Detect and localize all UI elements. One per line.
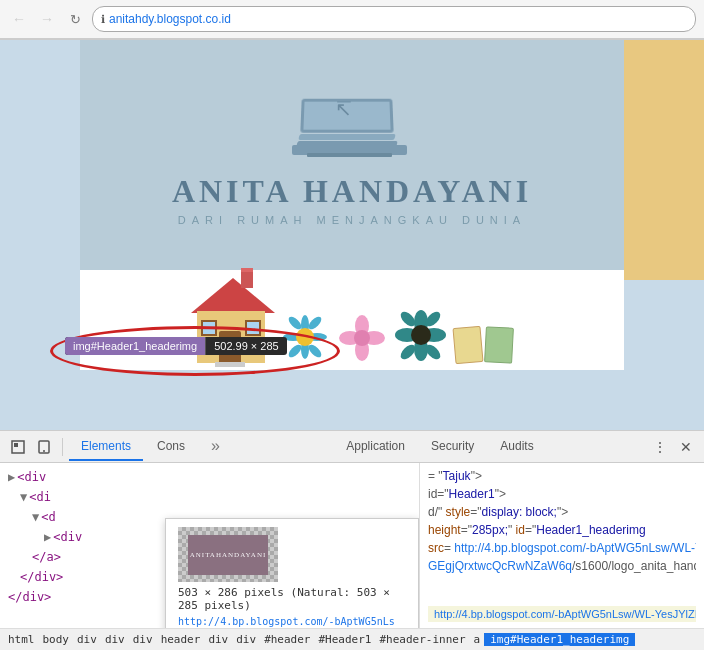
code-line-8: GEgjQrxtwcQcRwNZaW6q/s1600/logo_anita_ha…	[428, 557, 696, 575]
url-text: anitahdy.blogspot.co.id	[109, 12, 231, 26]
img-preview-content: ANITAHANDAYANI	[188, 535, 268, 575]
code-line-4: d/" style="display: block;">	[428, 503, 696, 521]
reload-button[interactable]: ↻	[64, 8, 86, 30]
breadcrumb-body[interactable]: body	[39, 633, 74, 646]
site-title: ANITA HANDAYANI	[172, 173, 532, 210]
breadcrumb-a[interactable]: a	[470, 633, 485, 646]
tooltip-tag: img#Header1_headerimg	[65, 337, 205, 355]
svg-point-3	[43, 450, 45, 452]
breadcrumb-div5[interactable]: div	[232, 633, 260, 646]
status-bar: html body div div div header div div #he…	[0, 628, 704, 650]
breadcrumb-div2[interactable]: div	[101, 633, 129, 646]
back-button[interactable]: ←	[8, 8, 30, 30]
element-tooltip: img#Header1_headerimg 502.99 × 285	[65, 337, 287, 355]
flowers-strip	[80, 270, 624, 370]
website-area: ↸ ANITA HANDAYANI DARI RUMAH MENJANGKAU …	[0, 40, 704, 430]
site-subtitle: DARI RUMAH MENJANGKAU DUNIA	[178, 214, 526, 226]
devtools-tab-elements[interactable]: Elements	[69, 433, 143, 461]
breadcrumb-html[interactable]: html	[4, 633, 39, 646]
devtools-settings-icon[interactable]: ⋮	[648, 435, 672, 459]
address-bar[interactable]: ℹ anitahdy.blogspot.co.id	[92, 6, 696, 32]
tooltip-size: 502.99 × 285	[205, 337, 287, 355]
devtools-tab-console[interactable]: Cons	[145, 433, 197, 461]
breadcrumb-img[interactable]: img#Header1_headerimg	[484, 633, 635, 646]
img-preview: ANITAHANDAYANI	[178, 527, 278, 582]
elements-panel: ▶<div ▼<di ▼<d ▶<div </a> </div> </div>	[0, 463, 420, 628]
code-line-5: height="285px;" id="Header1_headerimg	[428, 521, 696, 539]
forward-button[interactable]: →	[36, 8, 58, 30]
devtools-body: ▶<div ▼<di ▼<d ▶<div </a> </div> </div>	[0, 463, 704, 628]
browser-nav-bar: ← → ↻ ℹ anitahdy.blogspot.co.id	[0, 0, 704, 39]
img-popup: ANITAHANDAYANI 503 × 286 pixels (Natural…	[165, 518, 419, 628]
devtools-close-icon[interactable]: ✕	[674, 435, 698, 459]
devtools-tab-security[interactable]: Security	[419, 433, 486, 461]
code-line-1: = "Tajuk">	[428, 467, 696, 485]
devtools-tab-audits[interactable]: Audits	[488, 433, 545, 461]
code-line-7: src= http://4.bp.blogspot.com/-bAptWG5nL…	[428, 539, 696, 557]
breadcrumb-div1[interactable]: div	[73, 633, 101, 646]
dom-line-1[interactable]: ▶<div	[0, 467, 419, 487]
devtools-tab-more[interactable]: »	[199, 431, 232, 463]
img-size-text: 503 × 286 pixels (Natural: 503 × 285 pix…	[178, 586, 406, 612]
breadcrumb-header1[interactable]: #Header1	[314, 633, 375, 646]
code-line-2: id="Header1">	[428, 485, 696, 503]
img-url-text: http://4.bp.blogspot.com/-bAptWG5nLsw/WL…	[178, 616, 406, 628]
devtools-select-icon[interactable]	[6, 435, 30, 459]
breadcrumb-div4[interactable]: div	[204, 633, 232, 646]
secure-icon: ℹ	[101, 13, 105, 26]
devtools-tab-application[interactable]: Application	[334, 433, 417, 461]
devtools-panel: Elements Cons » Application Security Aud…	[0, 430, 704, 650]
url-tooltip: http://4.bp.blogspot.com/-bAptWG5nLsw/WL…	[428, 606, 696, 622]
svg-rect-1	[14, 443, 18, 447]
website-content: ↸ ANITA HANDAYANI DARI RUMAH MENJANGKAU …	[80, 40, 624, 430]
devtools-device-icon[interactable]	[32, 435, 56, 459]
right-code-panel: = "Tajuk"> id="Header1"> d/" style="disp…	[420, 463, 704, 628]
header-banner: ↸ ANITA HANDAYANI DARI RUMAH MENJANGKAU …	[80, 40, 624, 270]
dom-line-2[interactable]: ▼<di	[0, 487, 419, 507]
breadcrumb-header-inner[interactable]: #header-inner	[375, 633, 469, 646]
breadcrumb-header[interactable]: header	[157, 633, 205, 646]
breadcrumb-header-id[interactable]: #header	[260, 633, 314, 646]
breadcrumb-div3[interactable]: div	[129, 633, 157, 646]
